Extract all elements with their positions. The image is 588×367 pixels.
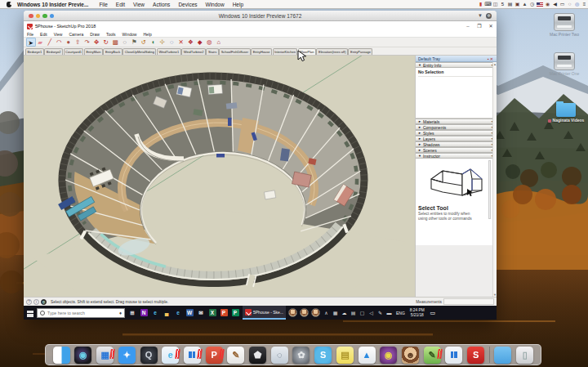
clock-icon[interactable]: ◷ — [528, 0, 536, 9]
menu-item[interactable]: Edit — [116, 2, 125, 7]
siri-icon[interactable]: ◎ — [573, 0, 581, 9]
close-button[interactable]: ✕ — [485, 21, 497, 31]
position-camera-tool[interactable]: ◖ — [149, 38, 158, 47]
sketchup-menu-item[interactable]: Tools — [106, 32, 116, 37]
display-icon[interactable]: ◫ — [492, 0, 499, 9]
arc-tool[interactable]: ◠ — [55, 38, 65, 47]
help-circle-icon[interactable]: ? — [26, 299, 32, 305]
dock-textedit-icon[interactable]: ✎ — [227, 347, 244, 364]
orbit-tool[interactable]: ↺ — [139, 38, 149, 47]
dock-image-capture-icon[interactable]: ◌ — [271, 347, 288, 364]
menu-item[interactable]: Window — [206, 2, 225, 7]
dock-trash-icon[interactable]: ▯ — [516, 347, 533, 364]
powerpoint-icon[interactable]: P — [218, 306, 229, 320]
scene-tab[interactable]: EntryBack — [103, 48, 122, 55]
us-flag-icon[interactable] — [537, 2, 543, 7]
scene-tab[interactable]: SchoolFishDiffuser — [219, 48, 251, 55]
vm-window-titlebar[interactable]: Windows 10 Insider Preview 17672 ▼ ✻ — [24, 11, 497, 21]
dock-safari-icon[interactable]: ✦ — [118, 347, 136, 364]
dock-separator[interactable] — [489, 347, 490, 363]
move-tool[interactable]: ✥ — [92, 38, 102, 47]
scene-tab[interactable]: EntryMain — [84, 48, 103, 55]
explorer-tray-icon[interactable]: ▤ — [349, 310, 358, 316]
restore-button[interactable]: ❐ — [474, 21, 485, 31]
action-center-icon[interactable]: ▭ — [427, 310, 439, 316]
sketchup-titlebar[interactable]: 5Phouse - SketchUp Pro 2018 –❐✕ — [24, 21, 497, 31]
tray-titlebar[interactable]: Default Tray ▪✕ — [416, 56, 497, 62]
volume-tray-icon[interactable]: ◁ — [367, 310, 376, 316]
entity-info-header[interactable]: ▼ Entity Info ◄ — [416, 62, 497, 68]
recording-indicator-icon[interactable]: ▮ — [477, 0, 484, 9]
sketchup-menu-item[interactable]: View — [54, 32, 63, 37]
instructor-scrollbar[interactable] — [488, 160, 491, 219]
clipboard-icon[interactable]: ▤ — [506, 0, 514, 9]
tray-chevron-icon[interactable]: ∧ — [322, 310, 331, 316]
dock-powerpoint-icon[interactable]: P — [206, 347, 223, 364]
dock-paint-app-icon[interactable]: ✎ — [424, 347, 441, 364]
scroll-up-icon[interactable]: ▲ — [493, 62, 497, 66]
scene-tab[interactable]: EntryPassage — [348, 48, 372, 55]
sketchup-menu-item[interactable]: Window — [122, 32, 137, 37]
sketchup-menu-item[interactable]: Camera — [69, 32, 83, 37]
scene-tab[interactable]: Stairs — [206, 48, 218, 55]
parallels-number-icon[interactable]: 5 — [499, 0, 506, 9]
touch-keyboard-icon[interactable]: ▬ — [385, 311, 394, 316]
menu-item[interactable]: Actions — [153, 2, 170, 7]
dock-skype-icon[interactable]: S — [314, 347, 332, 364]
camera-icon[interactable]: ▣ — [514, 0, 521, 9]
excel-icon[interactable]: X — [207, 306, 218, 320]
tray-close-icon[interactable]: ✕ — [490, 56, 494, 61]
apple-menu-icon[interactable] — [7, 2, 11, 7]
dock-finder-icon[interactable] — [53, 347, 70, 364]
keyboard-icon[interactable]: ⌨ — [484, 0, 492, 9]
model-canvas[interactable] — [24, 56, 415, 297]
styles-tool[interactable]: ◍ — [205, 38, 215, 47]
dock-photo-booth-icon[interactable]: ☻ — [402, 347, 419, 364]
app-menu-title[interactable]: Windows 10 Insider Previe... — [17, 2, 88, 7]
vm-settings-gear-icon[interactable]: ✻ — [486, 13, 492, 19]
dock-screenflow-icon[interactable]: ◉ — [380, 347, 397, 364]
tray-section-header[interactable]: ► Styles ◄ — [416, 130, 497, 136]
taskbar-search-box[interactable]: Type here to search ♦ — [37, 308, 125, 318]
volume-icon[interactable]: ◀ — [551, 0, 559, 9]
tray-section-header[interactable]: ► Shadows ◄ — [416, 141, 497, 147]
scene-tab[interactable]: Birdseye2 — [44, 48, 63, 55]
task-view-icon[interactable]: ⊞ — [127, 306, 138, 320]
wifi-icon[interactable]: ▲ — [521, 0, 528, 9]
vm-dropdown-icon[interactable]: ▼ — [478, 13, 483, 18]
spotlight-icon[interactable]: ◌ — [566, 0, 573, 9]
select-tool[interactable]: ➤ — [26, 38, 36, 47]
chat-icon[interactable]: ▢ — [358, 310, 367, 316]
people-bar-avatar-2[interactable] — [300, 308, 309, 317]
menu-item[interactable]: Devices — [178, 2, 197, 7]
scene-tab[interactable]: WindTurbine1 — [157, 48, 181, 55]
line-tool[interactable]: ╱ — [45, 38, 55, 47]
scene-tab[interactable]: Birdseye1 — [25, 48, 44, 55]
scene-tab[interactable]: Courtyard1 — [64, 48, 84, 55]
people-bar-avatar-3[interactable] — [311, 308, 320, 317]
user-icon[interactable]: ◉ — [544, 0, 551, 9]
dock-downloads-folder-icon[interactable] — [494, 347, 511, 364]
dock-parallels-desktop-icon[interactable]: ▦ — [96, 347, 114, 364]
airplay-icon[interactable]: ▭ — [559, 0, 566, 9]
notification-center-icon[interactable]: ≡ — [581, 0, 588, 9]
people-bar-avatar-1[interactable] — [288, 308, 297, 317]
language-indicator[interactable]: ENG — [396, 311, 405, 316]
desktop-icon-folder[interactable]: Naginata Videos — [544, 103, 588, 123]
scene-tab[interactable]: CloseUpMetalSiding — [122, 48, 156, 55]
sketchup-menu-item[interactable]: Help — [143, 32, 151, 37]
tray-scrollbar[interactable]: ▲▼ — [492, 62, 497, 297]
dock-internet-explorer-icon[interactable]: e — [162, 347, 179, 364]
dock-stickies-icon[interactable]: ▤ — [336, 347, 354, 364]
rotate-tool[interactable]: ↻ — [101, 38, 111, 47]
tray-section-header[interactable]: ► Layers ◄ — [416, 136, 497, 141]
taskbar-clock[interactable]: 8:24 PM 5/21/18 — [410, 308, 425, 317]
start-button[interactable] — [24, 306, 37, 320]
dock-keynote-icon[interactable]: ▲ — [359, 347, 376, 364]
sketchup-menu-item[interactable]: Draw — [90, 32, 100, 37]
desktop-icon-device2[interactable]: Mac Printer One — [546, 52, 583, 77]
scene-tab[interactable]: WindTurbine2 — [181, 48, 206, 55]
info-circle-icon[interactable]: i — [33, 299, 39, 305]
dock-sketchup-icon[interactable]: S — [467, 347, 484, 364]
circle-tool[interactable]: ● — [64, 38, 74, 47]
